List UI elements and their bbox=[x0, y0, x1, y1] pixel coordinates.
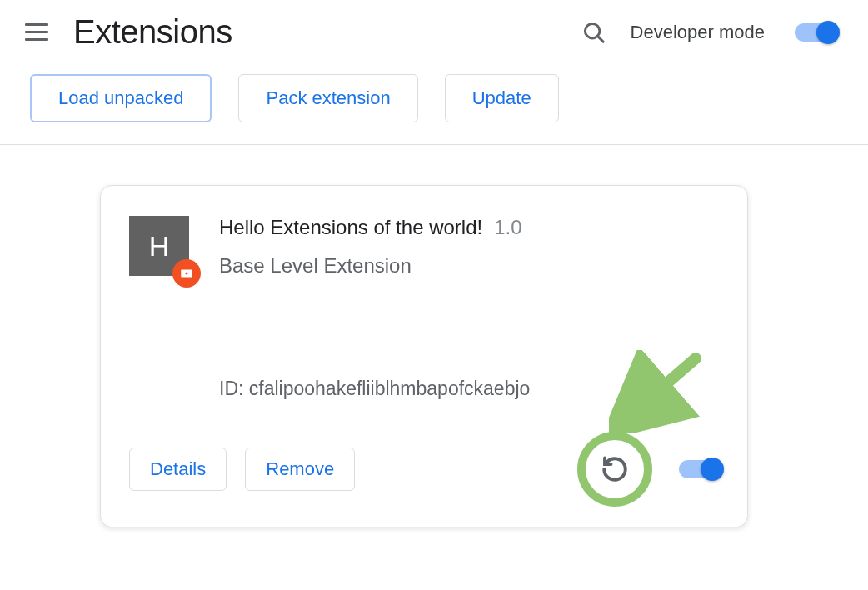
extension-card: H Hello Extensions of the world! 1.0 Bas… bbox=[100, 185, 748, 528]
unpacked-badge-icon bbox=[172, 259, 201, 288]
extension-icon: H bbox=[129, 216, 189, 276]
developer-mode-toggle[interactable] bbox=[795, 23, 838, 42]
update-button[interactable]: Update bbox=[445, 74, 559, 122]
extension-icon-letter: H bbox=[149, 230, 170, 262]
search-icon[interactable] bbox=[577, 16, 611, 49]
extension-version: 1.0 bbox=[494, 216, 521, 239]
toolbar: Load unpacked Pack extension Update bbox=[0, 58, 868, 145]
developer-mode-label: Developer mode bbox=[631, 22, 765, 43]
reload-icon[interactable] bbox=[596, 451, 633, 488]
menu-icon[interactable] bbox=[23, 18, 53, 48]
details-button[interactable]: Details bbox=[129, 448, 227, 491]
svg-point-3 bbox=[185, 272, 189, 276]
page-title: Extensions bbox=[73, 13, 557, 51]
load-unpacked-button[interactable]: Load unpacked bbox=[30, 74, 212, 122]
pack-extension-button[interactable]: Pack extension bbox=[238, 74, 417, 122]
extension-id: ID: cfalipoohakefliiblhmbapofckaebjo bbox=[219, 378, 722, 400]
svg-line-1 bbox=[597, 36, 603, 42]
extension-description: Base Level Extension bbox=[219, 254, 722, 278]
extension-title: Hello Extensions of the world! bbox=[219, 216, 482, 239]
remove-button[interactable]: Remove bbox=[245, 448, 355, 491]
extension-enable-toggle[interactable] bbox=[679, 460, 722, 478]
